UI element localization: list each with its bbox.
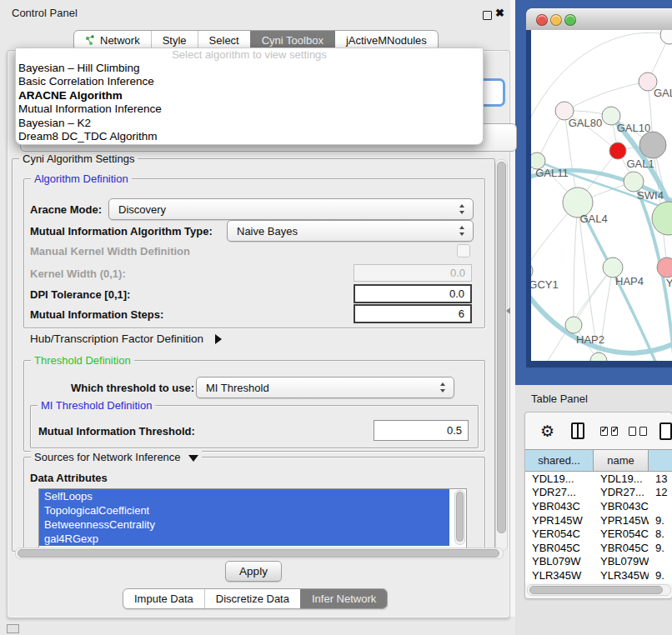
algorithm-definition-legend: Algorithm Definition xyxy=(31,172,132,185)
close-light[interactable] xyxy=(536,14,548,26)
network-node[interactable] xyxy=(609,142,626,159)
network-view-window[interactable]: GALGAL80GAL10GAL1GAL11SWI4GAL4HAP4YGCY1H… xyxy=(526,8,672,368)
kernel-width-label: Kernel Width (0,1): xyxy=(30,268,126,280)
network-node[interactable] xyxy=(660,30,672,44)
network-node[interactable] xyxy=(565,317,582,333)
table-hscroll-thumb[interactable] xyxy=(529,586,663,594)
dpi-tolerance-field[interactable]: 0.0 xyxy=(354,284,472,303)
attribute-item-selected[interactable]: SelfLoops xyxy=(39,489,449,503)
kernel-width-value: 0.0 xyxy=(450,267,465,279)
network-canvas[interactable]: GALGAL80GAL10GAL1GAL11SWI4GAL4HAP4YGCY1H… xyxy=(531,30,672,361)
settings-hscroll-thumb[interactable] xyxy=(18,549,499,558)
tab-label: Discretize Data xyxy=(216,592,289,605)
column-header-shared...[interactable]: shared... xyxy=(525,449,594,472)
settings-horizontal-scrollbar[interactable] xyxy=(15,548,504,559)
table-row[interactable]: YDL19...YDL19...13 xyxy=(525,472,672,486)
network-edge[interactable] xyxy=(564,82,648,111)
attribute-item-selected[interactable]: TopologicalCoefficient xyxy=(39,503,449,518)
dropdown-placeholder: Select algorithm to view settings xyxy=(16,48,483,62)
table-row[interactable]: YIL052CYIL052C9. xyxy=(525,582,672,583)
algorithm-option-bayesian-hill-climbing[interactable]: Bayesian – Hill Climbing xyxy=(16,62,483,75)
node-label: GAL4 xyxy=(579,212,607,225)
apply-button[interactable]: Apply xyxy=(225,561,282,582)
table-row[interactable]: YBR045CYBR045C9. xyxy=(525,541,672,555)
column-header-partial[interactable] xyxy=(649,449,672,472)
zoom-light[interactable] xyxy=(564,14,576,26)
unchecked-checkbox-icon[interactable] xyxy=(639,427,647,436)
aracne-mode-combo[interactable]: Discovery xyxy=(108,198,474,220)
algorithm-option-aracne-algorithm[interactable]: ARACNE Algorithm xyxy=(16,89,483,102)
which-threshold-combo[interactable]: MI Threshold xyxy=(196,377,454,398)
table-header[interactable]: shared...name xyxy=(525,449,672,472)
table-panel-title: Table Panel xyxy=(531,392,588,405)
node-label: GAL1 xyxy=(626,158,654,170)
minimize-light[interactable] xyxy=(550,14,562,26)
table-row[interactable]: YPR145WYPR145W9. xyxy=(525,513,672,528)
unchecked-checkbox-icon[interactable] xyxy=(629,427,636,436)
checked-checkbox-icon[interactable] xyxy=(611,427,619,436)
table-row[interactable]: YBL079WYBL079W xyxy=(525,555,672,569)
table-horizontal-scrollbar[interactable] xyxy=(527,584,671,596)
network-node[interactable] xyxy=(531,262,533,280)
mi-steps-field[interactable]: 6 xyxy=(354,304,472,323)
attributes-scroll-thumb[interactable] xyxy=(456,492,464,542)
algorithm-option-mutual-information-inference[interactable]: Mutual Information Inference xyxy=(16,102,483,116)
table-rows[interactable]: YDL19...YDL19...13YDR27...YDR27...12YBR0… xyxy=(525,472,672,583)
table-cell: YPR145W xyxy=(594,514,649,527)
gear-icon[interactable]: ⚙ xyxy=(540,423,554,439)
table-row[interactable]: YLR345WYLR345W9. xyxy=(525,568,672,582)
network-edge[interactable] xyxy=(574,268,613,325)
table-row[interactable]: YBR043CYBR043C xyxy=(525,499,672,513)
network-view-border: GALGAL80GAL10GAL1GAL11SWI4GAL4HAP4YGCY1H… xyxy=(526,30,672,368)
mi-algorithm-type-value: Naive Bayes xyxy=(237,225,298,238)
network-node[interactable] xyxy=(639,132,666,158)
settings-vscroll-thumb[interactable] xyxy=(497,162,506,533)
manual-kernel-width-checkbox[interactable] xyxy=(457,244,470,258)
table-cell: 8. xyxy=(649,528,672,540)
column-header-name[interactable]: name xyxy=(594,449,649,472)
float-icon[interactable] xyxy=(483,11,492,20)
kernel-width-field[interactable]: 0.0 xyxy=(354,264,472,282)
network-node[interactable] xyxy=(652,202,672,235)
mi-threshold-field[interactable]: 0.5 xyxy=(374,420,469,441)
table-cell: 13 xyxy=(649,472,672,485)
table-row[interactable]: YDR27...YDR27...12 xyxy=(525,486,672,500)
threshold-definition-legend: Threshold Definition xyxy=(31,354,134,367)
algorithm-option-dream8-dc-tdc-algorithm[interactable]: Dream8 DC_TDC Algorithm xyxy=(16,130,483,143)
algorithm-option-basic-correlation-inference[interactable]: Basic Correlation Inference xyxy=(16,75,483,88)
columns-icon[interactable] xyxy=(571,422,584,439)
table-row[interactable]: YER054CYER054C8. xyxy=(525,527,672,541)
network-window-titlebar[interactable] xyxy=(526,8,672,31)
table-cell: 9. xyxy=(649,514,672,527)
table-cell: YLR345W xyxy=(594,569,649,582)
settings-vertical-scrollbar[interactable] xyxy=(495,159,508,551)
node-label: HAP2 xyxy=(576,333,604,346)
document-icon[interactable] xyxy=(659,422,672,440)
mi-algorithm-type-label: Mutual Information Algorithm Type: xyxy=(30,225,213,238)
network-node[interactable] xyxy=(590,352,607,361)
tab-infer-network[interactable]: Infer Network xyxy=(300,589,387,608)
cyni-settings-legend: Cyni Algorithm Settings xyxy=(19,152,138,165)
tab-label: Network xyxy=(100,34,140,47)
checked-checkbox-icon[interactable] xyxy=(600,427,608,436)
expander-expanded-icon[interactable] xyxy=(188,455,198,462)
collapsed-panel-icon[interactable] xyxy=(7,624,19,633)
table-cell: YBR043C xyxy=(525,500,594,512)
control-panel-title: Control Panel xyxy=(12,7,78,19)
table-cell: 9. xyxy=(649,542,672,554)
table-cell: YLR345W xyxy=(525,569,594,582)
network-edge[interactable] xyxy=(574,202,578,325)
tab-discretize-data[interactable]: Discretize Data xyxy=(204,589,300,608)
attribute-item-selected[interactable]: gal4RGexp xyxy=(39,532,449,546)
data-attributes-list[interactable]: SelfLoopsTopologicalCoefficientBetweenne… xyxy=(38,488,467,548)
hub-definition-expander[interactable]: Hub/Transcription Factor Definition xyxy=(30,332,222,345)
close-icon[interactable]: ✖ xyxy=(495,7,504,19)
tab-impute-data[interactable]: Impute Data xyxy=(123,589,204,608)
node-label: GAL11 xyxy=(535,167,569,179)
mi-algorithm-type-combo[interactable]: Naive Bayes xyxy=(227,220,474,242)
attribute-item-selected[interactable]: BetweennessCentrality xyxy=(39,518,449,532)
data-attributes-label: Data Attributes xyxy=(30,472,108,484)
divider-collapse-icon[interactable] xyxy=(506,308,510,314)
algorithm-option-bayesian-k2[interactable]: Bayesian – K2 xyxy=(16,117,483,130)
attributes-list-scrollbar[interactable] xyxy=(454,490,465,545)
